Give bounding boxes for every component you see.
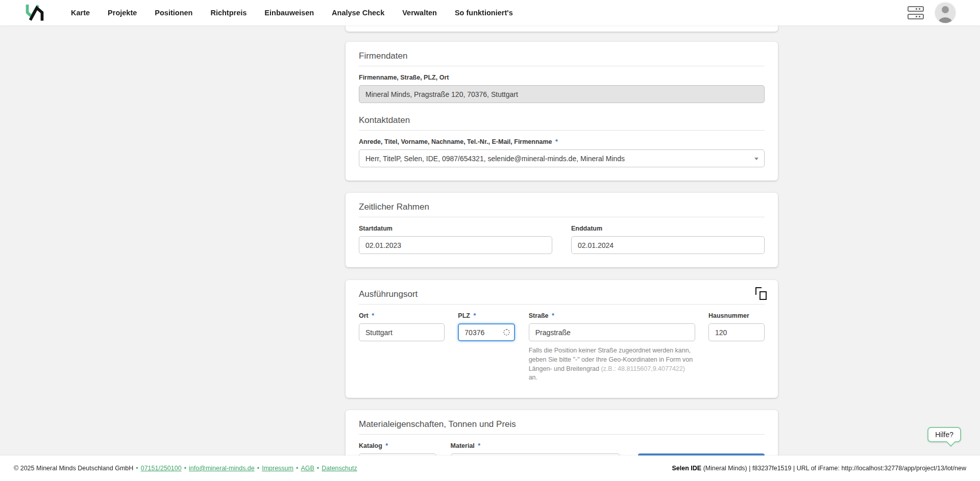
ort-field-group: Ort *: [359, 312, 445, 383]
footer-left: © 2025 Mineral Minds Deutschland GmbH•07…: [14, 465, 357, 472]
kontakt-label-text: Anrede, Titel, Vorname, Nachname, Tel.-N…: [359, 138, 552, 145]
nav-item-analyse-check[interactable]: Analyse Check: [332, 9, 384, 17]
nav-item-verwalten[interactable]: Verwalten: [402, 9, 437, 17]
mineral-minds-logo-icon[interactable]: [26, 5, 44, 21]
server-icon-row: [908, 6, 924, 12]
chevron-down-icon: [754, 158, 758, 160]
top-navigation-bar: Karte Projekte Positionen Richtpreis Ein…: [0, 0, 980, 26]
ort-label: Ort *: [359, 312, 445, 320]
main-nav: Karte Projekte Positionen Richtpreis Ein…: [71, 9, 513, 17]
plz-label: PLZ *: [458, 312, 515, 320]
ort-input[interactable]: [359, 323, 445, 341]
divider: [359, 304, 765, 305]
loading-spinner-icon: [503, 329, 510, 336]
kontakt-select[interactable]: Herr, TitelP, Selen, IDE, 0987/654321, s…: [359, 149, 765, 167]
footer-right: Selen IDE (Mineral Minds) | f83237fe1519…: [672, 465, 966, 472]
divider: [359, 217, 765, 217]
card-zeitlicher-rahmen: Zeitlicher Rahmen Startdatum Enddatum: [346, 193, 778, 267]
hausnummer-input[interactable]: [708, 323, 765, 341]
separator: •: [184, 465, 186, 472]
strasse-label: Straße *: [529, 312, 695, 320]
divider: [359, 434, 765, 435]
startdatum-label: Startdatum: [359, 225, 552, 233]
footer-link-email[interactable]: info@mineral-minds.de: [189, 465, 255, 472]
card-title-materialeigenschaften: Materialeigenschaften, Tonnen und Preis: [359, 419, 765, 429]
footer-link-phone[interactable]: 07151/250100: [141, 465, 182, 472]
card-title-zeitlicher-rahmen: Zeitlicher Rahmen: [359, 202, 765, 212]
footer-link-agb[interactable]: AGB: [301, 465, 314, 472]
server-icon-row: [908, 14, 924, 19]
footer-bar: © 2025 Mineral Minds Deutschland GmbH•07…: [0, 455, 980, 481]
material-label-text: Material: [451, 442, 475, 449]
company-readonly-input: [359, 85, 765, 103]
required-asterisk: *: [385, 442, 388, 449]
strasse-hint-text: Falls die Position keiner Straße zugeord…: [529, 346, 695, 383]
server-icon[interactable]: [908, 6, 924, 19]
divider: [359, 130, 765, 131]
card-title-kontaktdaten: Kontaktdaten: [359, 115, 765, 125]
nav-item-richtpreis[interactable]: Richtpreis: [210, 9, 247, 17]
ort-label-text: Ort: [359, 312, 369, 319]
enddatum-input[interactable]: [571, 236, 765, 254]
footer-session-info: (Mineral Minds) | f83237fe1519 | URL of …: [701, 465, 966, 472]
footer-app-name: Selen IDE: [672, 465, 702, 472]
enddatum-field-group: Enddatum: [571, 225, 765, 254]
copyright-text: © 2025 Mineral Minds Deutschland GmbH: [14, 465, 133, 472]
nav-item-so-funktionierts[interactable]: So funktioniert's: [455, 9, 513, 17]
required-asterisk: *: [552, 312, 554, 319]
katalog-label-text: Katalog: [359, 442, 382, 449]
footer-link-datenschutz[interactable]: Datenschutz: [322, 465, 357, 472]
nav-item-positionen[interactable]: Positionen: [155, 9, 192, 17]
hint-example: (z.B.: 48.8115607,9.4077422): [601, 365, 684, 372]
user-avatar-icon[interactable]: [935, 3, 955, 23]
card-ausfuehrungsort: Ausführungsort Ort * PLZ *: [346, 280, 778, 398]
strasse-input[interactable]: [529, 323, 695, 341]
hint-suffix: an.: [529, 374, 537, 381]
hausnummer-field-group: Hausnummer: [708, 312, 765, 383]
strasse-label-text: Straße: [529, 312, 549, 319]
material-label: Material *: [451, 442, 620, 450]
kontakt-label: Anrede, Titel, Vorname, Nachname, Tel.-N…: [359, 138, 765, 146]
plz-field-group: PLZ *: [458, 312, 515, 383]
hilfe-button[interactable]: Hilfe?: [927, 427, 961, 442]
startdatum-field-group: Startdatum: [359, 225, 552, 254]
required-asterisk: *: [478, 442, 480, 449]
katalog-label: Katalog *: [359, 442, 436, 450]
strasse-field-group: Straße * Falls die Position keiner Straß…: [529, 312, 695, 383]
hausnummer-label: Hausnummer: [708, 312, 765, 320]
card-firmendaten: Firmendaten Firmenname, Straße, PLZ, Ort…: [346, 42, 778, 181]
startdatum-input[interactable]: [359, 236, 552, 254]
kontakt-select-value: Herr, TitelP, Selen, IDE, 0987/654321, s…: [365, 155, 625, 163]
enddatum-label: Enddatum: [571, 225, 765, 233]
header-right-actions: [908, 3, 955, 23]
nav-item-projekte[interactable]: Projekte: [108, 9, 137, 17]
separator: •: [257, 465, 259, 472]
separator: •: [317, 465, 319, 472]
card-title-ausfuehrungsort: Ausführungsort: [359, 289, 765, 299]
copy-icon-front: [760, 291, 767, 300]
separator: •: [296, 465, 298, 472]
previous-card-partial: [346, 26, 778, 32]
required-asterisk: *: [473, 312, 476, 319]
plz-label-text: PLZ: [458, 312, 470, 319]
separator: •: [136, 465, 138, 472]
divider: [359, 66, 765, 66]
copy-icon[interactable]: [755, 287, 767, 300]
company-label: Firmenname, Straße, PLZ, Ort: [359, 74, 765, 82]
footer-link-impressum[interactable]: Impressum: [262, 465, 293, 472]
nav-item-einbauweisen[interactable]: Einbauweisen: [264, 9, 314, 17]
card-title-firmendaten: Firmendaten: [359, 51, 765, 61]
form-column: Firmendaten Firmenname, Straße, PLZ, Ort…: [346, 26, 778, 481]
required-asterisk: *: [372, 312, 374, 319]
required-asterisk: *: [555, 138, 558, 145]
nav-item-karte[interactable]: Karte: [71, 9, 90, 17]
